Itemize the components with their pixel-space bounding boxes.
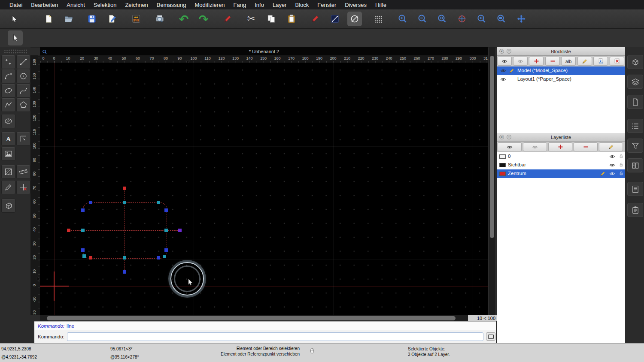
book-panel-dock-button[interactable]: [627, 158, 643, 172]
redo-button[interactable]: ↷: [196, 12, 211, 26]
layer-list-item[interactable]: Sichtbar: [497, 161, 625, 169]
menu-bemassung[interactable]: Bemassung: [152, 2, 191, 8]
zoom-window-button[interactable]: [494, 12, 509, 26]
text-tool-button[interactable]: A: [1, 132, 15, 146]
menu-fang[interactable]: Fang: [229, 2, 251, 8]
command-panel-button[interactable]: [486, 332, 495, 341]
layer-panel-dock-button[interactable]: [627, 75, 643, 89]
block-panel-dock-button[interactable]: [627, 55, 643, 69]
menu-diverses[interactable]: Diverses: [340, 2, 371, 8]
polyline-tool-button[interactable]: [1, 98, 15, 112]
selection-handle-blue[interactable]: [89, 201, 92, 204]
circle-tool-button[interactable]: [16, 69, 30, 83]
measure-tool-button[interactable]: [16, 165, 30, 179]
selection-handle-cyan[interactable]: [82, 254, 86, 258]
circle-tool-active-button[interactable]: [347, 12, 362, 26]
block-list-item[interactable]: Layout1 (*Paper_Space): [497, 75, 625, 84]
edit-block-button[interactable]: [577, 57, 592, 66]
selection-handle-blue[interactable]: [164, 248, 168, 252]
drawing-canvas[interactable]: [40, 63, 488, 315]
selection-handle-red[interactable]: [89, 256, 92, 259]
selection-handle-cyan[interactable]: [163, 255, 166, 258]
pencil-icon[interactable]: [600, 171, 606, 178]
layer-list-item[interactable]: Zentrum: [497, 169, 625, 178]
eye-icon[interactable]: [500, 68, 506, 75]
command-panel-dock-button[interactable]: [627, 119, 643, 133]
eye-icon[interactable]: [609, 154, 615, 160]
selection-handle-cyan[interactable]: [157, 201, 160, 204]
palette-grip-handle[interactable]: [4, 49, 27, 54]
zoom-out-button[interactable]: [415, 12, 430, 26]
close-icon[interactable]: [499, 135, 504, 139]
selection-handle-blue[interactable]: [123, 270, 126, 274]
select-tool-button[interactable]: [8, 30, 23, 45]
polygon-tool-button[interactable]: [16, 98, 30, 112]
toggle-block-visibility-button[interactable]: [497, 57, 512, 66]
selection-handle-blue[interactable]: [81, 208, 85, 212]
snap-tool-button[interactable]: [16, 180, 30, 194]
selection-handle-red[interactable]: [67, 229, 70, 232]
select-cursor-button[interactable]: [6, 12, 21, 26]
selection-handle-blue[interactable]: [157, 256, 160, 259]
lock-icon[interactable]: [619, 162, 624, 168]
export-svg-button[interactable]: SVG: [129, 12, 143, 26]
menu-hilfe[interactable]: Hilfe: [371, 2, 391, 8]
save-as-button[interactable]: [105, 12, 119, 26]
vertical-scrollbar[interactable]: [489, 47, 495, 315]
eye-icon[interactable]: [609, 171, 615, 178]
menu-zeichnen[interactable]: Zeichnen: [121, 2, 152, 8]
zoom-previous-button[interactable]: [474, 12, 489, 26]
points-tool-button[interactable]: [1, 55, 15, 69]
arc-tool-button[interactable]: [1, 69, 15, 83]
line-attributes-button[interactable]: [328, 12, 342, 26]
pencil-icon[interactable]: [509, 68, 515, 75]
zoom-redraw-button[interactable]: [455, 12, 469, 26]
horizontal-scrollbar[interactable]: [40, 315, 468, 321]
image-tool-button[interactable]: [1, 147, 15, 161]
properties-panel-dock-button[interactable]: [627, 182, 643, 196]
remove-layer-button[interactable]: [574, 142, 598, 151]
delete-block-button[interactable]: [610, 57, 624, 66]
menu-selektion[interactable]: Selektion: [89, 2, 121, 8]
zoom-auto-button[interactable]: [435, 12, 450, 26]
solid-tool-button[interactable]: [1, 199, 15, 213]
zoom-in-button[interactable]: [395, 12, 410, 26]
insert-block-button[interactable]: [593, 57, 608, 66]
rename-block-button[interactable]: alb: [561, 57, 576, 66]
toggle-all-layer-visibility-button[interactable]: [523, 142, 547, 151]
lock-icon[interactable]: [619, 154, 624, 160]
horizontal-scrollbar-thumb[interactable]: [47, 316, 456, 320]
edit-pen-button[interactable]: [308, 12, 322, 26]
save-button[interactable]: [85, 12, 99, 26]
selection-handle-cyan[interactable]: [81, 229, 85, 232]
grid-toggle-button[interactable]: [371, 12, 386, 26]
menu-modifizieren[interactable]: Modifizieren: [191, 2, 229, 8]
menu-ansicht[interactable]: Ansicht: [62, 2, 89, 8]
attributes-pen-button[interactable]: [220, 12, 235, 26]
line-tool-button[interactable]: [16, 55, 30, 69]
zoom-pan-button[interactable]: [514, 12, 529, 26]
selection-handle-cyan[interactable]: [123, 256, 126, 259]
hatch-ellipse-tool-button[interactable]: [1, 114, 15, 128]
block-panel-titlebar[interactable]: Blockliste: [497, 47, 625, 56]
hatch-tool-button[interactable]: [1, 165, 15, 179]
selection-handle-blue[interactable]: [164, 208, 168, 212]
float-panel-icon[interactable]: [507, 49, 511, 54]
selection-handle-blue[interactable]: [81, 248, 85, 252]
selection-filter-dock-button[interactable]: [627, 139, 643, 153]
menu-datei[interactable]: Datei: [5, 2, 27, 8]
selection-handle-purple[interactable]: [178, 229, 182, 232]
remove-block-button[interactable]: [545, 57, 560, 66]
layer-panel-titlebar[interactable]: Layerliste: [497, 133, 625, 142]
add-block-button[interactable]: [529, 57, 544, 66]
float-panel-icon[interactable]: [507, 135, 511, 139]
selection-handle-cyan[interactable]: [123, 201, 126, 204]
dimension-tool-button[interactable]: [16, 132, 30, 146]
undo-button[interactable]: ↶: [176, 12, 191, 26]
cut-button[interactable]: ✂: [244, 12, 258, 26]
library-panel-dock-button[interactable]: [627, 95, 643, 109]
copy-button[interactable]: [264, 12, 279, 26]
clipboard-panel-dock-button[interactable]: [627, 203, 643, 217]
modify-tool-button[interactable]: [1, 180, 15, 194]
vertical-scrollbar-thumb[interactable]: [490, 56, 494, 238]
